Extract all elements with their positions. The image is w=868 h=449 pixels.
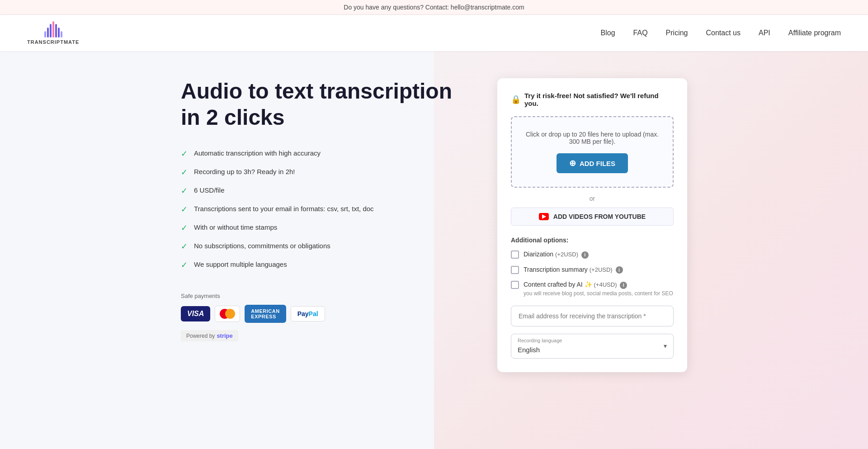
nav-link-contact[interactable]: Contact us	[706, 29, 741, 37]
email-input[interactable]	[511, 306, 674, 326]
feature-item: ✓ Automatic transcription with high accu…	[181, 148, 470, 159]
nav-link-pricing[interactable]: Pricing	[666, 29, 688, 37]
stripe-logo-text: stripe	[217, 332, 232, 339]
amex-logo: AMERICANEXPRESS	[245, 305, 286, 323]
nav-link-api[interactable]: API	[759, 29, 770, 37]
diarization-checkbox[interactable]	[511, 250, 519, 259]
youtube-play-icon	[542, 214, 546, 219]
language-select-wrapper: Recording language English Spanish Frenc…	[511, 334, 674, 359]
feature-text: 6 USD/file	[194, 185, 225, 196]
top-banner: Do you have any questions? Contact: hell…	[0, 0, 868, 15]
feature-text: No subscriptions, commitments or obligat…	[194, 241, 330, 251]
transcription-summary-option-row: Transcription summary (+2USD) i	[511, 265, 674, 274]
feature-text: With or without time stamps	[194, 222, 277, 233]
or-divider: or	[511, 195, 674, 202]
check-icon: ✓	[181, 223, 188, 233]
nav-link-affiliate[interactable]: Affiliate program	[788, 29, 841, 37]
nav-item-api[interactable]: API	[759, 29, 770, 37]
paypal-logo: PayPal	[291, 306, 325, 321]
language-select[interactable]: English Spanish French German Italian Po…	[511, 334, 673, 358]
content-crafted-label: Content crafted by AI ✨ (+4USD) i	[524, 281, 627, 288]
logo-bar-6	[58, 28, 60, 38]
right-panel: 🔒 Try it risk-free! Not satisfied? We'll…	[497, 78, 687, 372]
lock-icon: 🔒	[511, 95, 521, 104]
logo-bar-5	[55, 24, 57, 38]
drop-zone[interactable]: Click or drop up to 20 files here to upl…	[511, 116, 674, 188]
left-panel: Audio to text transcription in 2 clicks …	[181, 78, 470, 341]
nav-item-contact[interactable]: Contact us	[706, 29, 741, 37]
logo-text: TRANSCRIPTMATE	[27, 39, 79, 45]
plus-icon: ⊕	[569, 158, 576, 168]
feature-item: ✓ We support multiple languages	[181, 260, 470, 270]
mastercard-logo	[215, 306, 240, 322]
feature-item: ✓ Transcriptions sent to your email in f…	[181, 204, 470, 214]
logo-bar-4	[52, 21, 54, 38]
safe-payments-label: Safe payments	[181, 293, 470, 299]
nav-item-pricing[interactable]: Pricing	[666, 29, 688, 37]
nav-item-affiliate[interactable]: Affiliate program	[788, 29, 841, 37]
nav-link-blog[interactable]: Blog	[601, 29, 615, 37]
youtube-icon	[539, 213, 549, 220]
check-icon: ✓	[181, 167, 188, 177]
banner-text: Do you have any questions? Contact: hell…	[344, 4, 524, 11]
drop-zone-text: Click or drop up to 20 files here to upl…	[521, 131, 664, 145]
main-content: Audio to text transcription in 2 clicks …	[163, 51, 705, 399]
nav-item-blog[interactable]: Blog	[601, 29, 615, 37]
nav-link-faq[interactable]: FAQ	[633, 29, 648, 37]
stripe-badge: Powered by stripe	[181, 330, 238, 341]
diarization-info-icon[interactable]: i	[581, 251, 589, 259]
hero-title-line2: in 2 clicks	[181, 105, 284, 129]
features-list: ✓ Automatic transcription with high accu…	[181, 148, 470, 270]
feature-text: We support multiple languages	[194, 260, 287, 270]
feature-text: Recording up to 3h? Ready in 2h!	[194, 167, 295, 177]
hero-title-line1: Audio to text transcription	[181, 79, 452, 103]
additional-options-label: Additional options:	[511, 236, 674, 244]
feature-item: ✓ Recording up to 3h? Ready in 2h!	[181, 167, 470, 177]
logo-icon	[44, 21, 62, 38]
add-files-button[interactable]: ⊕ ADD FILES	[557, 153, 628, 173]
logo-bar-3	[50, 24, 52, 38]
diarization-label: Diarization (+2USD) i	[524, 250, 589, 259]
risk-free-text: Try it risk-free! Not satisfied? We'll r…	[524, 92, 674, 107]
check-icon: ✓	[181, 149, 188, 159]
content-crafted-checkbox[interactable]	[511, 281, 519, 289]
feature-item: ✓ 6 USD/file	[181, 185, 470, 196]
content-sub-text: you will receive blog post, social media…	[524, 290, 673, 297]
check-icon: ✓	[181, 204, 188, 214]
logo-bar-1	[44, 31, 46, 38]
risk-free-banner: 🔒 Try it risk-free! Not satisfied? We'll…	[511, 92, 674, 107]
logo-bar-2	[47, 28, 49, 38]
summary-info-icon[interactable]: i	[616, 266, 623, 274]
add-files-label: ADD FILES	[580, 160, 615, 167]
logo-bar-7	[61, 31, 62, 38]
mc-circle-yellow	[225, 309, 235, 319]
transcription-summary-label: Transcription summary (+2USD) i	[524, 265, 623, 274]
nav-links: Blog FAQ Pricing Contact us API Affiliat…	[601, 29, 841, 37]
check-icon: ✓	[181, 260, 188, 270]
feature-text: Transcriptions sent to your email in for…	[194, 204, 374, 214]
transcription-summary-checkbox[interactable]	[511, 266, 519, 274]
content-info-icon[interactable]: i	[620, 282, 627, 289]
hero-title: Audio to text transcription in 2 clicks	[181, 78, 470, 130]
feature-item: ✓ No subscriptions, commitments or oblig…	[181, 241, 470, 251]
diarization-option-row: Diarization (+2USD) i	[511, 250, 674, 259]
upload-card: 🔒 Try it risk-free! Not satisfied? We'll…	[497, 78, 687, 372]
payment-logos: VISA AMERICANEXPRESS PayPal	[181, 305, 470, 323]
check-icon: ✓	[181, 186, 188, 196]
visa-logo: VISA	[181, 306, 210, 321]
nav-item-faq[interactable]: FAQ	[633, 29, 648, 37]
email-input-wrapper	[511, 306, 674, 326]
navbar: TRANSCRIPTMATE Blog FAQ Pricing Contact …	[0, 15, 868, 51]
logo[interactable]: TRANSCRIPTMATE	[27, 21, 79, 45]
youtube-label: ADD VIDEOS FROM YOUTUBE	[553, 213, 646, 220]
youtube-button[interactable]: ADD VIDEOS FROM YOUTUBE	[511, 208, 674, 226]
feature-text: Automatic transcription with high accura…	[194, 148, 321, 159]
check-icon: ✓	[181, 241, 188, 251]
feature-item: ✓ With or without time stamps	[181, 222, 470, 233]
content-crafted-option-row: Content crafted by AI ✨ (+4USD) i you wi…	[511, 280, 674, 297]
